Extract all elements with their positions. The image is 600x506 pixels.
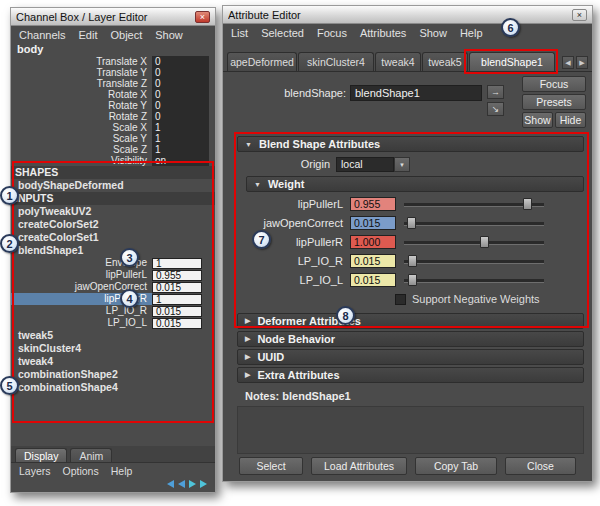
node-item-blendshape1[interactable]: blendShape1 <box>11 244 215 257</box>
close-icon[interactable]: × <box>572 9 587 21</box>
weight-slider[interactable] <box>404 273 544 287</box>
channel-label[interactable]: lipPullerL <box>11 269 152 281</box>
channel-value[interactable]: 0 <box>152 78 209 89</box>
tab-display[interactable]: Display <box>15 448 67 462</box>
object-name[interactable]: body <box>11 43 215 56</box>
presets-button[interactable]: Presets <box>522 94 586 110</box>
node-nav-out-icon[interactable]: → <box>487 85 504 99</box>
weight-slider[interactable] <box>404 235 544 249</box>
weight-slider[interactable] <box>404 254 544 268</box>
slider-handle[interactable] <box>407 217 416 229</box>
channel-label[interactable]: Rotate Y <box>11 100 152 111</box>
weight-value-field[interactable]: 0.955 <box>350 197 396 211</box>
channel-value[interactable]: 0 <box>152 56 209 67</box>
tab-anim[interactable]: Anim <box>70 448 112 462</box>
tab-skincluster4[interactable]: skinCluster4 <box>298 52 374 71</box>
load-attributes-button[interactable]: Load Attributes <box>311 457 407 475</box>
section-weight[interactable]: ▼ Weight <box>246 176 584 192</box>
weight-slider[interactable] <box>404 197 544 211</box>
menu-focus[interactable]: Focus <box>317 27 347 39</box>
channel-value[interactable]: 0.015 <box>152 306 202 317</box>
show-button[interactable]: Show <box>522 112 553 128</box>
menu-object[interactable]: Object <box>110 29 142 41</box>
menu-help[interactable]: Help <box>111 465 133 477</box>
dropdown-arrow-icon[interactable]: ▼ <box>394 157 410 172</box>
node-item-tweak5[interactable]: tweak5 <box>11 329 215 342</box>
dock-left-icon[interactable] <box>178 480 185 488</box>
tab-prev-icon[interactable]: ◀ <box>562 56 574 69</box>
channel-label[interactable]: Visibility <box>11 155 152 166</box>
dock-right-icon[interactable] <box>200 480 207 488</box>
channel-value[interactable]: 0.955 <box>152 270 202 281</box>
slider-track[interactable] <box>404 222 544 225</box>
menu-show[interactable]: Show <box>419 27 447 39</box>
tab-blendshape1[interactable]: blendShape1 <box>469 52 555 71</box>
channel-label[interactable]: Scale Y <box>11 133 152 144</box>
tab-next-icon[interactable]: ▶ <box>576 56 588 69</box>
channel-label[interactable]: Scale Z <box>11 144 152 155</box>
channel-value[interactable]: 0 <box>152 111 209 122</box>
channel-value[interactable]: 0.015 <box>152 318 202 329</box>
copy-tab-button[interactable]: Copy Tab <box>415 457 497 475</box>
node-item-skincluster4[interactable]: skinCluster4 <box>11 342 215 355</box>
tab-tweak5[interactable]: tweak5 <box>422 52 468 71</box>
node-item-polytweakuv2[interactable]: polyTweakUV2 <box>11 205 215 218</box>
channel-value[interactable]: 1 <box>152 133 209 144</box>
dock-right-icon[interactable] <box>189 480 196 488</box>
node-item-combinationshape4[interactable]: combinationShape4 <box>11 381 215 394</box>
channel-label[interactable]: Rotate Z <box>11 111 152 122</box>
menu-edit[interactable]: Edit <box>78 29 97 41</box>
select-button[interactable]: Select <box>239 457 303 475</box>
section-deformer-attributes[interactable]: ▶ Deformer Attributes <box>237 313 584 329</box>
channel-label[interactable]: Translate Z <box>11 78 152 89</box>
channel-value[interactable]: 1 <box>152 144 209 155</box>
tab-tweak4[interactable]: tweak4 <box>375 52 421 71</box>
channel-value[interactable]: 1 <box>152 294 202 305</box>
channel-value[interactable]: 0 <box>152 100 209 111</box>
channel-label[interactable]: Translate Y <box>11 67 152 78</box>
origin-dropdown[interactable]: local <box>336 157 394 172</box>
slider-handle[interactable] <box>408 274 417 286</box>
slider-track[interactable] <box>404 279 544 282</box>
menu-help[interactable]: Help <box>460 27 483 39</box>
node-item-tweak4[interactable]: tweak4 <box>11 355 215 368</box>
menu-selected[interactable]: Selected <box>261 27 304 39</box>
node-name-field[interactable]: blendShape1 <box>350 85 482 101</box>
weight-value-field[interactable]: 1.000 <box>350 235 396 249</box>
dock-left-icon[interactable] <box>167 480 174 488</box>
weight-value-field[interactable]: 0.015 <box>350 216 396 230</box>
menu-channels[interactable]: Channels <box>19 29 65 41</box>
hide-button[interactable]: Hide <box>555 112 586 128</box>
channel-value[interactable]: 1 <box>152 258 202 269</box>
slider-handle[interactable] <box>523 198 532 210</box>
attribute-editor-titlebar[interactable]: Attribute Editor × <box>223 6 592 24</box>
section-node-behavior[interactable]: ▶ Node Behavior <box>237 331 584 347</box>
channel-value[interactable]: 0 <box>152 89 209 100</box>
channel-label[interactable]: LP_IO_L <box>11 317 152 329</box>
menu-layers[interactable]: Layers <box>19 465 51 477</box>
menu-attributes[interactable]: Attributes <box>360 27 406 39</box>
channel-label[interactable]: Scale X <box>11 122 152 133</box>
channel-value[interactable]: 0 <box>152 67 209 78</box>
section-uuid[interactable]: ▶ UUID <box>237 349 584 365</box>
support-negative-weights-checkbox[interactable] <box>395 294 406 305</box>
menu-options[interactable]: Options <box>63 465 99 477</box>
node-item-createcolorset2[interactable]: createColorSet2 <box>11 218 215 231</box>
channel-value[interactable]: 1 <box>152 122 209 133</box>
close-button[interactable]: Close <box>505 457 576 475</box>
channel-value[interactable]: 0.015 <box>152 282 202 293</box>
section-blend-shape-attributes[interactable]: ▼ Blend Shape Attributes <box>237 136 584 152</box>
node-nav-in-icon[interactable]: ↘ <box>487 102 504 116</box>
node-item-createcolorset1[interactable]: createColorSet1 <box>11 231 215 244</box>
notes-textarea[interactable] <box>237 406 584 454</box>
tab-shapedeformed[interactable]: apeDeformed <box>227 52 297 71</box>
section-extra-attributes[interactable]: ▶ Extra Attributes <box>237 367 584 383</box>
menu-show[interactable]: Show <box>155 29 183 41</box>
node-item-combinationshape2[interactable]: combinationShape2 <box>11 368 215 381</box>
slider-handle[interactable] <box>480 236 489 248</box>
channel-label[interactable]: Translate X <box>11 56 152 67</box>
slider-track[interactable] <box>404 241 544 244</box>
weight-value-field[interactable]: 0.015 <box>350 273 396 287</box>
menu-list[interactable]: List <box>231 27 248 39</box>
node-item-bodyshapedeformed[interactable]: bodyShapeDeformed <box>11 179 215 192</box>
